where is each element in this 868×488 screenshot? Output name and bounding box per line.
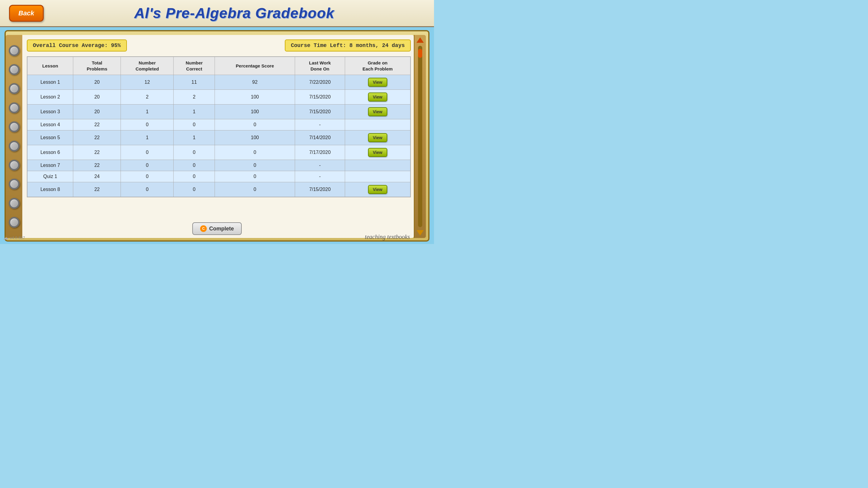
cell-correct: 0 xyxy=(174,119,215,130)
complete-button-area: C Complete xyxy=(192,222,242,235)
spiral-ring xyxy=(9,64,20,75)
cell-completed: 0 xyxy=(121,119,174,130)
cell-lesson: Lesson 4 xyxy=(27,119,73,130)
cell-completed: 0 xyxy=(121,182,174,197)
cell-total: 20 xyxy=(73,90,121,104)
cell-grade[interactable]: View xyxy=(345,75,410,90)
branding: teaching textbooks xyxy=(365,233,410,240)
table-row: Lesson 522111007/14/2020View xyxy=(27,130,410,145)
view-button[interactable]: View xyxy=(368,93,387,101)
cell-correct: 1 xyxy=(174,130,215,145)
cell-grade[interactable]: View xyxy=(345,145,410,160)
cell-date: - xyxy=(295,171,345,182)
scroll-down-arrow[interactable] xyxy=(416,230,424,235)
cell-percent: 0 xyxy=(215,119,295,130)
cell-total: 20 xyxy=(73,75,121,90)
cell-date: 7/22/2020 xyxy=(295,75,345,90)
view-button[interactable]: View xyxy=(368,133,387,142)
view-button[interactable]: View xyxy=(368,185,387,194)
scroll-thumb[interactable] xyxy=(418,49,422,58)
gradebook-table: Lesson TotalProblems NumberCompleted Num… xyxy=(27,56,411,197)
spiral-binding xyxy=(6,35,22,238)
cell-total: 24 xyxy=(73,171,121,182)
table-row: Quiz 124000- xyxy=(27,171,410,182)
cell-percent: 100 xyxy=(215,104,295,119)
cell-total: 22 xyxy=(73,160,121,171)
cell-lesson: Lesson 7 xyxy=(27,160,73,171)
col-lesson: Lesson xyxy=(27,57,73,75)
cell-grade[interactable]: View xyxy=(345,130,410,145)
cell-correct: 0 xyxy=(174,145,215,160)
cell-correct: 0 xyxy=(174,171,215,182)
version-text: v4.0.837 xyxy=(10,235,25,240)
spiral-ring xyxy=(9,83,20,94)
cell-lesson: Quiz 1 xyxy=(27,171,73,182)
version-area: ☁ v4.0.837 xyxy=(3,234,25,241)
scroll-up-arrow[interactable] xyxy=(416,37,424,43)
cell-completed: 1 xyxy=(121,104,174,119)
cell-date: - xyxy=(295,160,345,171)
col-number-completed: NumberCompleted xyxy=(121,57,174,75)
cell-correct: 11 xyxy=(174,75,215,90)
spiral-ring xyxy=(9,160,20,170)
complete-icon: C xyxy=(200,225,207,232)
stats-row: Overall Course Average: 95% Course Time … xyxy=(27,39,411,52)
table-row: Lesson 8220007/15/2020View xyxy=(27,182,410,197)
spiral-ring xyxy=(9,45,20,56)
cell-total: 22 xyxy=(73,130,121,145)
back-button[interactable]: Back xyxy=(9,5,44,22)
time-left-badge: Course Time Left: 8 months, 24 days xyxy=(285,39,411,52)
cell-correct: 0 xyxy=(174,160,215,171)
table-wrapper: Lesson TotalProblems NumberCompleted Num… xyxy=(27,56,411,233)
cloud-icon: ☁ xyxy=(3,234,8,241)
cell-total: 22 xyxy=(73,119,121,130)
complete-button[interactable]: C Complete xyxy=(192,222,242,235)
cell-total: 22 xyxy=(73,145,121,160)
cell-percent: 0 xyxy=(215,145,295,160)
cell-percent: 92 xyxy=(215,75,295,90)
cell-completed: 1 xyxy=(121,130,174,145)
table-row: Lesson 220221007/15/2020View xyxy=(27,90,410,104)
page-title: Al's Pre-Algebra Gradebook xyxy=(44,5,425,22)
cell-correct: 1 xyxy=(174,104,215,119)
cell-lesson: Lesson 3 xyxy=(27,104,73,119)
cell-percent: 0 xyxy=(215,171,295,182)
scroll-track xyxy=(418,46,422,227)
col-total-problems: TotalProblems xyxy=(73,57,121,75)
col-number-correct: NumberCorrect xyxy=(174,57,215,75)
spiral-ring xyxy=(9,178,20,190)
cell-lesson: Lesson 6 xyxy=(27,145,73,160)
cell-date: 7/15/2020 xyxy=(295,104,345,119)
complete-label: Complete xyxy=(209,226,234,232)
overall-average-badge: Overall Course Average: 95% xyxy=(27,39,127,52)
col-grade: Grade onEach Problem xyxy=(345,57,410,75)
view-button[interactable]: View xyxy=(368,148,387,157)
cell-date: 7/17/2020 xyxy=(295,145,345,160)
view-button[interactable]: View xyxy=(368,78,387,87)
cell-date: 7/15/2020 xyxy=(295,90,345,104)
cell-grade[interactable]: View xyxy=(345,90,410,104)
cell-completed: 12 xyxy=(121,75,174,90)
col-percentage-score: Percentage Score xyxy=(215,57,295,75)
cell-percent: 0 xyxy=(215,160,295,171)
cell-completed: 0 xyxy=(121,160,174,171)
cell-completed: 2 xyxy=(121,90,174,104)
cell-correct: 2 xyxy=(174,90,215,104)
spiral-ring xyxy=(9,141,20,152)
table-row: Lesson 722000- xyxy=(27,160,410,171)
table-row: Lesson 6220007/17/2020View xyxy=(27,145,410,160)
cell-grade[interactable]: View xyxy=(345,182,410,197)
notebook-inner: Overall Course Average: 95% Course Time … xyxy=(22,35,414,238)
cell-grade xyxy=(345,171,410,182)
table-row: Lesson 1201211927/22/2020View xyxy=(27,75,410,90)
notebook-frame: Overall Course Average: 95% Course Time … xyxy=(4,30,430,241)
cell-lesson: Lesson 5 xyxy=(27,130,73,145)
cell-completed: 0 xyxy=(121,171,174,182)
cell-lesson: Lesson 2 xyxy=(27,90,73,104)
cell-total: 22 xyxy=(73,182,121,197)
cell-completed: 0 xyxy=(121,145,174,160)
view-button[interactable]: View xyxy=(368,107,387,116)
table-row: Lesson 422000- xyxy=(27,119,410,130)
spiral-ring xyxy=(9,102,20,113)
cell-grade[interactable]: View xyxy=(345,104,410,119)
